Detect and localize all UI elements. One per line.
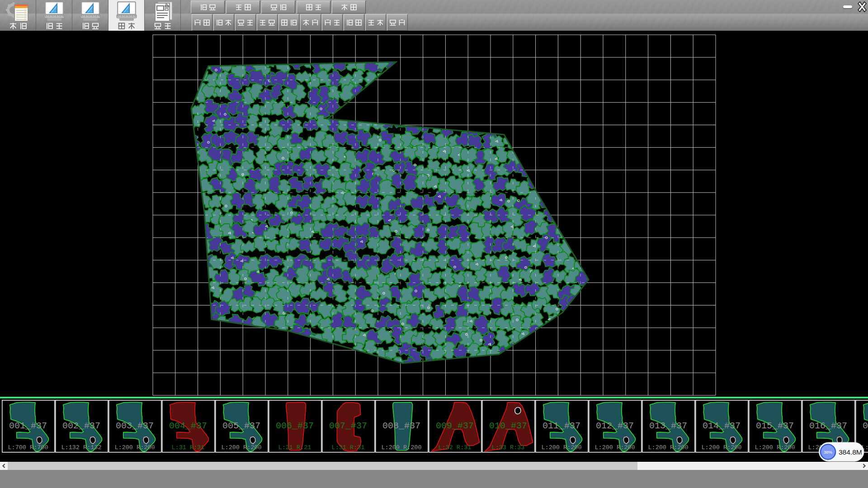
svg-text:006_#37: 006_#37: [276, 421, 314, 431]
svg-text:L:32 R:31: L:32 R:31: [439, 444, 472, 451]
svg-text:007_#37: 007_#37: [329, 421, 367, 431]
svg-text:001_#37: 001_#37: [9, 421, 47, 431]
svg-text:L:200 R:200: L:200 R:200: [221, 444, 261, 451]
svg-text:008_#37: 008_#37: [382, 421, 420, 431]
svg-text:L:200 R:200: L:200 R:200: [755, 444, 795, 451]
svg-text:L:33 R:33: L:33 R:33: [492, 444, 525, 451]
svg-text:L:200 R:200: L:200 R:200: [381, 444, 421, 451]
svg-text:003_#37: 003_#37: [116, 421, 154, 431]
svg-text:L:31 R:31: L:31 R:31: [332, 444, 365, 451]
svg-text:009_#37: 009_#37: [436, 421, 474, 431]
svg-text:384.8M: 384.8M: [839, 448, 862, 456]
svg-text:012_#37: 012_#37: [596, 421, 634, 431]
svg-text:38%: 38%: [824, 450, 833, 455]
svg-text:L:200 R:200: L:200 R:200: [114, 444, 155, 451]
svg-text:017_#37: 017_#37: [863, 421, 868, 431]
svg-text:014_#37: 014_#37: [703, 421, 741, 431]
svg-text:L:200 R:200: L:200 R:200: [541, 444, 581, 451]
svg-text:005_#37: 005_#37: [222, 421, 260, 431]
svg-text:L:200 R:200: L:200 R:200: [648, 444, 688, 451]
svg-text:L:31 R:31: L:31 R:31: [172, 444, 205, 451]
svg-text:004_#37: 004_#37: [169, 421, 207, 431]
svg-text:015_#37: 015_#37: [756, 421, 794, 431]
svg-text:011_#37: 011_#37: [542, 421, 580, 431]
svg-text:013_#37: 013_#37: [649, 421, 687, 431]
svg-text:L:21 R:21: L:21 R:21: [278, 444, 311, 451]
svg-text:L:200 R:200: L:200 R:200: [701, 444, 741, 451]
svg-text:016_#37: 016_#37: [809, 421, 847, 431]
svg-text:010_#37: 010_#37: [489, 421, 527, 431]
svg-text:L:132 R:132: L:132 R:132: [61, 444, 101, 451]
svg-text:L:700 R:700: L:700 R:700: [8, 444, 48, 451]
svg-text:L:200 R:200: L:200 R:200: [594, 444, 635, 451]
svg-text:002_#37: 002_#37: [62, 421, 100, 431]
